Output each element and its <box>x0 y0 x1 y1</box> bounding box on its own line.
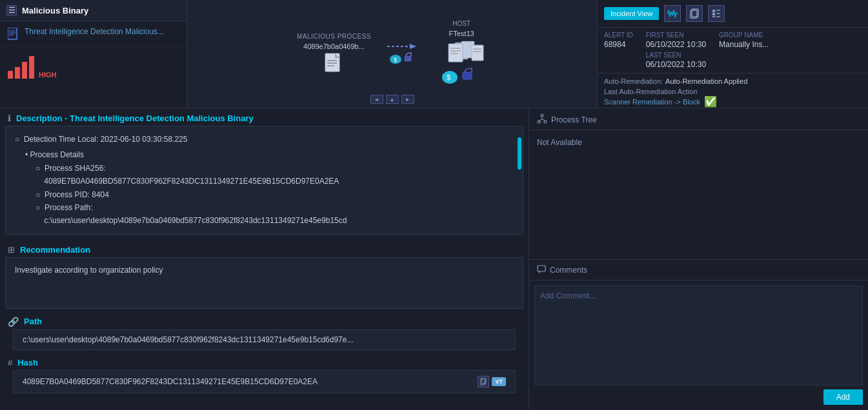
description-section-header: ℹ Description - Threat Intelligence Dete… <box>0 108 529 126</box>
document-file-icon <box>325 53 343 75</box>
svg-text:$: $ <box>447 73 450 81</box>
right-content-panel: Process Tree Not Available Comments Add <box>529 108 868 410</box>
svg-line-41 <box>542 119 545 121</box>
svg-line-40 <box>539 119 542 121</box>
incident-view-button[interactable]: Incident View <box>604 7 659 20</box>
bar-2 <box>15 67 20 79</box>
files-cluster: $ <box>436 40 487 88</box>
svg-rect-42 <box>538 266 545 271</box>
host-box: HOST FTest13 <box>436 20 487 88</box>
visualization-panel: MALICIOUS PROCESS 4089e7b0a0469b... <box>187 0 597 108</box>
main-content: ℹ Description - Threat Intelligence Dete… <box>0 108 868 410</box>
svg-rect-0 <box>8 28 17 39</box>
vt-badge[interactable]: VT <box>492 377 506 386</box>
waveform-icon-btn[interactable] <box>664 5 681 22</box>
malicious-process-box: MALICIOUS PROCESS 4089e7b0a0469b... <box>297 33 371 75</box>
host-name: FTest13 <box>449 30 474 37</box>
left-content-panel: ℹ Description - Threat Intelligence Dete… <box>0 108 529 410</box>
path-title: Path <box>24 317 42 326</box>
comments-header: Comments <box>529 260 868 280</box>
viz-container: MALICIOUS PROCESS 4089e7b0a0469b... <box>290 14 494 95</box>
severity-chart <box>8 53 34 79</box>
list-icon-btn[interactable] <box>708 5 725 22</box>
alert-id-value: 68984 <box>604 40 633 49</box>
last-seen-value: 06/10/2022 10:30 <box>646 60 706 69</box>
comments-input-area: Add <box>529 280 868 411</box>
right-top-bar: Incident View <box>598 0 868 28</box>
svg-point-38 <box>544 121 547 123</box>
files-cluster-icon: $ <box>436 40 487 88</box>
group-name-col: GROUP NAME Manually Ins... <box>719 32 769 69</box>
svg-rect-35 <box>481 378 486 384</box>
check-icon: ✅ <box>704 95 717 108</box>
process-tree-icon <box>537 113 547 126</box>
copy-hash-icon[interactable] <box>478 376 489 387</box>
hash-value: 4089E7B0A0469BD5877C830F962F8243DC131134… <box>23 377 318 386</box>
copy-icon-btn[interactable] <box>686 5 703 22</box>
svg-rect-32 <box>712 16 715 17</box>
hash-section: # Hash 4089E7B0A0469BD5877C830F962F8243D… <box>0 355 529 393</box>
svg-text:$: $ <box>394 57 397 63</box>
auto-rem-label: Auto-Remediation: <box>604 77 663 85</box>
malicious-process-label: MALICIOUS PROCESS <box>297 33 371 40</box>
process-tree-section: Process Tree Not Available <box>529 108 868 260</box>
process-path-row: ○ Process Path: c:\users\user\desktop\40… <box>15 201 514 228</box>
process-tree-not-available: Not Available <box>529 130 868 155</box>
menu-icon[interactable]: ☰ <box>6 5 17 15</box>
sidebar-title: Malicious Binary <box>22 6 88 15</box>
group-name-value: Manually Ins... <box>719 40 769 49</box>
svg-point-36 <box>541 114 543 117</box>
last-seen-label: LAST SEEN <box>646 52 706 59</box>
hash-value-container: 4089E7B0A0469BD5877C830F962F8243DC131134… <box>13 370 516 393</box>
svg-rect-30 <box>712 13 715 15</box>
detection-time: ○ Detection Time Local: 2022-06-10 03:30… <box>15 133 514 146</box>
svg-rect-28 <box>712 10 715 12</box>
group-name-label: GROUP NAME <box>719 32 769 39</box>
bar-3 <box>22 62 27 79</box>
svg-rect-16 <box>449 44 463 62</box>
recommendation-title: Recommendation <box>20 245 90 255</box>
svg-marker-10 <box>410 44 416 49</box>
first-seen-value: 06/10/2022 10:30 <box>646 40 706 49</box>
recommendation-section-header: ⊞ Recommendation <box>0 240 529 257</box>
comments-title: Comments <box>550 266 587 275</box>
hash-icon: # <box>8 358 12 367</box>
svg-marker-43 <box>539 271 541 273</box>
arrow-icon: $ <box>384 41 423 67</box>
path-value: c:\users\user\desktop\4089e7b0a0469bd587… <box>13 329 516 350</box>
comments-section: Comments Add <box>529 260 868 411</box>
svg-rect-31 <box>716 13 720 14</box>
last-action-label: Last Auto-Remediation Action <box>604 88 862 95</box>
process-sha256-row: ○ Process SHA256: 4089E7B0A0469BD5877C83… <box>15 162 514 188</box>
recommendation-text: Investigate according to organization po… <box>15 264 514 276</box>
document-icon <box>6 28 19 41</box>
first-seen-col: FIRST SEEN 06/10/2022 10:30 LAST SEEN 06… <box>646 32 706 69</box>
add-comment-button[interactable]: Add <box>823 389 863 405</box>
comments-icon <box>537 265 546 276</box>
scanner-remediation: Scanner Remediation -> Block ✅ <box>604 95 862 108</box>
path-section: 🔗 Path c:\users\user\desktop\4089e7b0a04… <box>0 314 529 350</box>
svg-rect-29 <box>716 10 720 11</box>
alert-id-label: ALERT ID <box>604 32 633 39</box>
sidebar-item-label[interactable]: Threat Intelligence Detection Malicious.… <box>25 26 164 37</box>
scroll-left-btn[interactable]: ◄ <box>370 95 383 104</box>
description-text: ○ Detection Time Local: 2022-06-10 03:30… <box>15 133 514 228</box>
svg-point-37 <box>538 121 540 123</box>
sidebar-item-threat-intel[interactable]: Threat Intelligence Detection Malicious.… <box>0 21 187 46</box>
process-tree-title: Process Tree <box>551 115 597 124</box>
hash-header: # Hash <box>8 358 521 367</box>
scroll-up-btn[interactable]: ▲ <box>386 95 399 104</box>
comments-textarea[interactable] <box>534 286 863 386</box>
recommendation-icon: ⊞ <box>8 245 15 255</box>
scrollbar-indicator <box>518 137 521 170</box>
path-header: 🔗 Path <box>8 317 521 327</box>
hash-title: Hash <box>17 358 38 367</box>
svg-rect-33 <box>716 16 720 17</box>
info-icon: ℹ <box>8 113 11 123</box>
scanner-rem-text: Scanner Remediation -> Block <box>604 98 700 106</box>
svg-rect-22 <box>463 72 472 79</box>
process-details-label: • Process Details <box>15 148 514 161</box>
scroll-right-btn[interactable]: ► <box>401 95 414 104</box>
scroll-indicators: ◄ ▲ ► <box>370 95 414 104</box>
description-title: Description - Threat Intelligence Detect… <box>16 113 254 123</box>
